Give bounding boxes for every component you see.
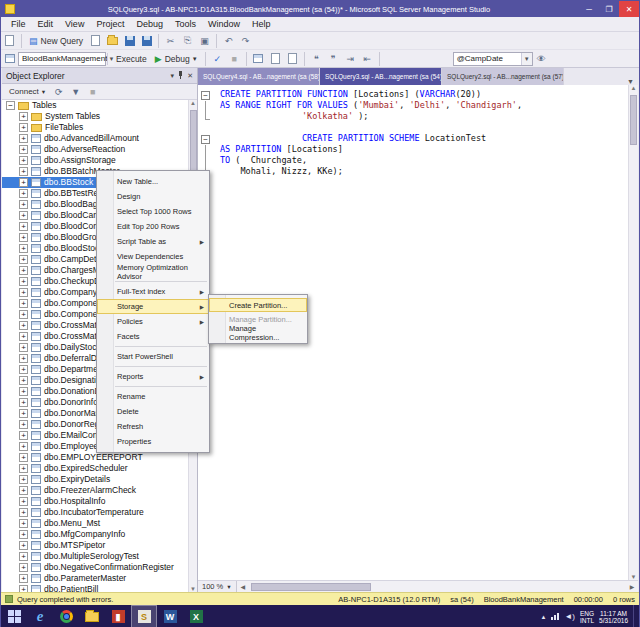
context-menu-item[interactable]: Facets — [97, 329, 209, 344]
tree-item[interactable]: +dbo.IncubatorTemperature — [2, 507, 189, 518]
tree-item[interactable]: +dbo.AdverseReaction — [2, 144, 189, 155]
expander-icon[interactable]: + — [19, 387, 28, 396]
collapse-region-icon[interactable] — [201, 135, 210, 144]
tree-item[interactable]: +dbo.NegativeConfirmationRegister — [2, 562, 189, 573]
expander-icon[interactable]: + — [19, 211, 28, 220]
expander-icon[interactable]: + — [19, 134, 28, 143]
expander-icon[interactable]: + — [19, 376, 28, 385]
expander-icon[interactable]: + — [19, 563, 28, 572]
tree-item[interactable]: +dbo.EMPLOYEEREPORT — [2, 452, 189, 463]
network-icon[interactable] — [551, 613, 559, 620]
tree-item[interactable]: +dbo.MTSPipetor — [2, 540, 189, 551]
submenu-item[interactable]: Create Partition... — [209, 298, 307, 312]
minimize-button[interactable]: ─ — [579, 1, 599, 17]
editor-scrollbar[interactable]: ▲ ▼ — [628, 85, 638, 580]
ie-icon[interactable]: e — [27, 605, 53, 627]
scroll-right-icon[interactable]: ▶ — [626, 583, 638, 590]
expander-icon[interactable]: + — [19, 552, 28, 561]
word-icon[interactable]: W — [157, 605, 183, 627]
cut-icon[interactable]: ✂ — [163, 33, 178, 48]
expander-icon[interactable]: + — [19, 365, 28, 374]
context-menu-item[interactable]: Start PowerShell — [97, 349, 209, 364]
scroll-left-icon[interactable]: ◀ — [237, 583, 249, 590]
expander-icon[interactable]: + — [19, 508, 28, 517]
menu-item-edit[interactable]: Edit — [32, 17, 60, 32]
close-panel-icon[interactable]: ✕ — [187, 72, 193, 80]
expander-icon[interactable]: + — [19, 574, 28, 583]
expander-icon[interactable]: + — [19, 519, 28, 528]
debug-button[interactable]: ▶ Debug ▼ — [151, 51, 202, 67]
start-button[interactable] — [1, 605, 27, 627]
tree-item[interactable]: +dbo.ParameterMaster — [2, 573, 189, 584]
menu-item-debug[interactable]: Debug — [130, 17, 169, 32]
expander-icon[interactable]: + — [19, 464, 28, 473]
expander-icon[interactable]: + — [19, 310, 28, 319]
expander-icon[interactable]: − — [6, 101, 15, 110]
connect-object-explorer-icon[interactable] — [2, 33, 17, 48]
volume-icon[interactable]: ◄) — [564, 612, 575, 621]
filter-icon[interactable]: ▼ — [68, 84, 83, 99]
language-indicator[interactable]: ENG INTL — [580, 610, 594, 624]
chevron-down-icon[interactable]: ▼ — [107, 53, 114, 65]
connect-button[interactable]: Connect ▼ — [5, 85, 50, 98]
new-file-icon[interactable] — [88, 33, 103, 48]
maximize-button[interactable]: ❐ — [599, 1, 619, 17]
paste-icon[interactable]: ▣ — [197, 33, 212, 48]
available-databases-combo[interactable]: BloodBankManagement ▼ — [18, 52, 106, 66]
expander-icon[interactable]: + — [19, 409, 28, 418]
collapse-region-icon[interactable] — [201, 91, 210, 100]
show-desktop-button[interactable] — [633, 605, 637, 627]
context-menu-item[interactable]: Refresh — [97, 419, 209, 434]
context-menu-item[interactable]: Memory Optimization Advisor — [97, 264, 209, 279]
tree-item[interactable]: +dbo.PatientBill — [2, 584, 189, 592]
refresh-icon[interactable]: ⟳ — [51, 84, 66, 99]
scrollbar-thumb[interactable] — [630, 95, 637, 145]
expander-icon[interactable]: + — [19, 123, 28, 132]
tree-item[interactable]: +System Tables — [2, 111, 189, 122]
new-query-button[interactable]: ▤ New Query — [25, 33, 87, 49]
expander-icon[interactable]: + — [19, 453, 28, 462]
parameter-combo[interactable]: @CampDate ▼ — [453, 52, 533, 66]
tree-item[interactable]: +dbo.MultipleSerologyTest — [2, 551, 189, 562]
tree-item[interactable]: +FileTables — [2, 122, 189, 133]
save-all-icon[interactable] — [139, 33, 154, 48]
tree-item[interactable]: −Tables — [2, 100, 189, 111]
expander-icon[interactable]: + — [19, 541, 28, 550]
expander-icon[interactable]: + — [19, 354, 28, 363]
save-icon[interactable] — [122, 33, 137, 48]
context-menu-item[interactable]: Design — [97, 189, 209, 204]
context-menu-item[interactable]: Delete — [97, 404, 209, 419]
chevron-down-icon[interactable]: ▼ — [192, 56, 198, 62]
results-text-icon[interactable] — [268, 51, 283, 66]
expander-icon[interactable]: + — [19, 420, 28, 429]
expander-icon[interactable]: + — [19, 167, 28, 176]
results-grid-icon[interactable] — [251, 51, 266, 66]
parse-icon[interactable]: ✓ — [210, 51, 225, 66]
expander-icon[interactable]: + — [19, 343, 28, 352]
context-menu-item[interactable]: Policies▶ — [97, 314, 209, 329]
expander-icon[interactable]: + — [19, 200, 28, 209]
expander-icon[interactable]: + — [19, 288, 28, 297]
uncomment-icon[interactable]: ❞ — [326, 51, 341, 66]
expander-icon[interactable]: + — [19, 189, 28, 198]
open-file-icon[interactable] — [105, 33, 120, 48]
editor-tab[interactable]: SQLQuery2.sql - AB...nagement (sa (57))* — [442, 68, 564, 85]
expander-icon[interactable]: + — [19, 112, 28, 121]
context-menu-item[interactable]: Rename — [97, 389, 209, 404]
menu-item-tools[interactable]: Tools — [169, 17, 202, 32]
tree-item[interactable]: +dbo.Menu_Mst — [2, 518, 189, 529]
stop-panel-icon[interactable]: ■ — [85, 84, 100, 99]
context-menu-item[interactable]: Edit Top 200 Rows — [97, 219, 209, 234]
tab-list-chevron-icon[interactable]: ▼ — [623, 78, 638, 85]
close-button[interactable]: ✕ — [619, 1, 639, 17]
tree-item[interactable]: +dbo.AssignStorage — [2, 155, 189, 166]
expander-icon[interactable]: + — [19, 497, 28, 506]
tree-item[interactable]: +dbo.AdvancedBillAmount — [2, 133, 189, 144]
submenu-item[interactable]: Manage Compression... — [209, 326, 307, 340]
expander-icon[interactable]: + — [19, 332, 28, 341]
context-menu-item[interactable]: Script Table as▶ — [97, 234, 209, 249]
context-menu-item[interactable]: New Table... — [97, 174, 209, 189]
expander-icon[interactable]: + — [19, 156, 28, 165]
stop-icon[interactable]: ■ — [227, 51, 242, 66]
pin-icon[interactable] — [177, 71, 184, 80]
